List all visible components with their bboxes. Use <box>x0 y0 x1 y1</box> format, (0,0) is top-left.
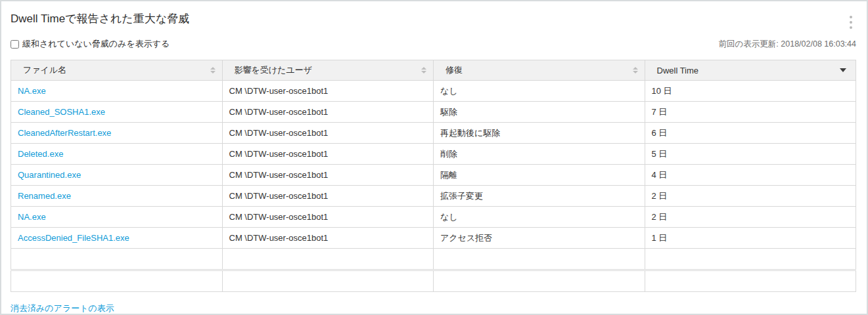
file-name-cell: NA.exe <box>11 207 223 228</box>
file-name-cell: Quarantined.exe <box>11 165 223 186</box>
file-name-cell: Deleted.exe <box>11 144 223 165</box>
widget-footer: 消去済みのアラートの表示 <box>11 303 856 314</box>
show-dismissed-alerts-link[interactable]: 消去済みのアラートの表示 <box>11 303 114 313</box>
empty-cell <box>645 249 856 270</box>
empty-cell <box>222 249 434 270</box>
empty-cell <box>11 270 223 292</box>
remediation-cell: 削除 <box>434 144 645 165</box>
dwell-time-cell: 2 日 <box>645 207 856 228</box>
file-name-link[interactable]: CleanedAfterRestart.exe <box>18 128 111 138</box>
empty-cell <box>222 270 434 292</box>
file-name-cell: AccessDenied_FileSHA1.exe <box>11 228 223 249</box>
last-refresh-timestamp: 前回の表示更新: 2018/02/08 16:03:44 <box>719 39 856 50</box>
table-row: AccessDenied_FileSHA1.exe CM \DTW-user-o… <box>11 228 856 249</box>
mitigated-filter-label: 緩和されていない脅威のみを表示する <box>22 38 170 50</box>
table-row: CleanedAfterRestart.exe CM \DTW-user-osc… <box>11 123 856 144</box>
file-name-link[interactable]: AccessDenied_FileSHA1.exe <box>18 233 129 243</box>
threat-table: ファイル名 影響を受けたユーザ 修復 <box>11 60 856 292</box>
dwell-time-cell: 2 日 <box>645 186 856 207</box>
affected-user-cell: CM \DTW-user-osce1bot1 <box>222 123 434 144</box>
empty-cell <box>434 249 645 270</box>
file-name-cell: Renamed.exe <box>11 186 223 207</box>
affected-user-cell: CM \DTW-user-osce1bot1 <box>222 228 434 249</box>
file-name-link[interactable]: Deleted.exe <box>18 149 63 159</box>
table-row: Renamed.exe CM \DTW-user-osce1bot1 拡張子変更… <box>11 186 856 207</box>
kebab-menu-icon[interactable] <box>846 13 856 32</box>
affected-user-cell: CM \DTW-user-osce1bot1 <box>222 144 434 165</box>
empty-cell <box>11 249 223 270</box>
remediation-cell: 駆除 <box>434 102 645 123</box>
mitigated-filter-checkbox[interactable] <box>11 40 19 49</box>
column-header-remediation[interactable]: 修復 <box>434 60 645 81</box>
remediation-cell: なし <box>434 207 645 228</box>
affected-user-cell: CM \DTW-user-osce1bot1 <box>222 207 434 228</box>
table-row: Quarantined.exe CM \DTW-user-osce1bot1 隔… <box>11 165 856 186</box>
column-header-dwell-time[interactable]: Dwell Time <box>645 60 856 81</box>
dwell-time-cell: 4 日 <box>645 165 856 186</box>
remediation-cell: アクセス拒否 <box>434 228 645 249</box>
remediation-cell: 拡張子変更 <box>434 186 645 207</box>
dwell-time-cell: 6 日 <box>645 123 856 144</box>
mitigated-filter-checkbox-row[interactable]: 緩和されていない脅威のみを表示する <box>11 38 170 50</box>
file-name-cell: CleanedAfterRestart.exe <box>11 123 223 144</box>
empty-table-row <box>11 249 856 270</box>
widget-header: Dwell Timeで報告された重大な脅威 <box>11 9 856 32</box>
column-header-affected-user[interactable]: 影響を受けたユーザ <box>222 60 434 81</box>
remediation-cell: 再起動後に駆除 <box>434 123 645 144</box>
sort-icon[interactable] <box>421 67 426 74</box>
affected-user-cell: CM \DTW-user-osce1bot1 <box>222 81 434 102</box>
sort-icon[interactable] <box>210 67 216 74</box>
remediation-cell: なし <box>434 81 645 102</box>
remediation-cell: 隔離 <box>434 165 645 186</box>
widget-title: Dwell Timeで報告された重大な脅威 <box>11 12 189 26</box>
column-header-filename[interactable]: ファイル名 <box>11 60 223 81</box>
file-name-link[interactable]: NA.exe <box>18 212 46 222</box>
sort-icon[interactable] <box>633 67 638 74</box>
empty-cell <box>434 270 645 292</box>
file-name-cell: NA.exe <box>11 81 223 102</box>
empty-cell <box>645 270 856 292</box>
table-row: Deleted.exe CM \DTW-user-osce1bot1 削除 5 … <box>11 144 856 165</box>
sort-desc-icon[interactable] <box>840 68 846 72</box>
dwell-time-widget: Dwell Timeで報告された重大な脅威 緩和されていない脅威のみを表示する … <box>0 0 868 315</box>
table-row: Cleaned_SOSHA1.exe CM \DTW-user-osce1bot… <box>11 102 856 123</box>
file-name-link[interactable]: Cleaned_SOSHA1.exe <box>18 107 105 117</box>
file-name-link[interactable]: Quarantined.exe <box>18 170 81 180</box>
file-name-link[interactable]: NA.exe <box>18 86 46 96</box>
file-name-link[interactable]: Renamed.exe <box>18 191 71 201</box>
dwell-time-cell: 1 日 <box>645 228 856 249</box>
dwell-time-cell: 7 日 <box>645 102 856 123</box>
table-row: NA.exe CM \DTW-user-osce1bot1 なし 2 日 <box>11 207 856 228</box>
table-body: NA.exe CM \DTW-user-osce1bot1 なし 10 日 Cl… <box>11 81 856 292</box>
file-name-cell: Cleaned_SOSHA1.exe <box>11 102 223 123</box>
affected-user-cell: CM \DTW-user-osce1bot1 <box>222 165 434 186</box>
table-header-row: ファイル名 影響を受けたユーザ 修復 <box>11 60 856 81</box>
empty-table-row <box>11 270 856 292</box>
dwell-time-cell: 10 日 <box>645 81 856 102</box>
dwell-time-cell: 5 日 <box>645 144 856 165</box>
affected-user-cell: CM \DTW-user-osce1bot1 <box>222 102 434 123</box>
table-row: NA.exe CM \DTW-user-osce1bot1 なし 10 日 <box>11 81 856 102</box>
affected-user-cell: CM \DTW-user-osce1bot1 <box>222 186 434 207</box>
controls-row: 緩和されていない脅威のみを表示する 前回の表示更新: 2018/02/08 16… <box>11 38 856 50</box>
